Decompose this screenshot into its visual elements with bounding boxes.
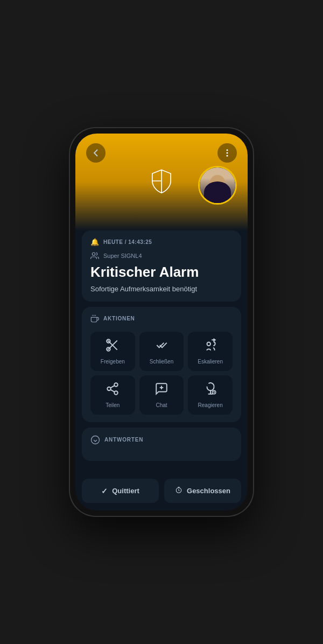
alert-header: 🔔 HEUTE / 14:43:25 [90,238,233,246]
scroll-content: 🔔 HEUTE / 14:43:25 Super SIGNL4 Kritisch… [75,230,248,479]
geschlossen-button[interactable]: Geschlossen [164,479,241,503]
action-reagieren[interactable]: Reagieren [188,375,233,415]
antworten-card: ANTWORTEN [82,428,241,461]
svg-point-2 [227,155,228,157]
antworten-section-header: ANTWORTEN [90,435,233,445]
header-area [75,134,248,230]
svg-point-16 [115,391,118,395]
svg-line-17 [111,389,115,391]
alert-title: Kritischer Alarm [90,264,233,280]
schliessen-label: Schließen [150,359,173,365]
share-icon [106,382,120,399]
phone-frame: 🔔 HEUTE / 14:43:25 Super SIGNL4 Kritisch… [70,128,253,516]
teilen-label: Teilen [106,402,120,408]
alert-card: 🔔 HEUTE / 14:43:25 Super SIGNL4 Kritisch… [82,230,241,302]
chevron-down-circle-icon [90,435,100,445]
team-icon [90,251,99,260]
svg-point-12 [207,342,210,346]
action-freigeben[interactable]: Freigeben [90,332,135,371]
antworten-section-title: ANTWORTEN [104,437,143,443]
geschlossen-label: Geschlossen [187,487,230,495]
svg-point-0 [227,149,228,151]
check-double-icon [155,338,168,355]
escalate-icon [203,338,217,355]
shield-icon [149,168,174,194]
svg-point-15 [108,387,111,391]
alert-team: Super SIGNL4 [90,251,233,260]
reagieren-label: Reagieren [198,402,223,408]
actions-card: AKTIONEN Freigeben [82,307,241,422]
svg-point-14 [115,383,118,387]
chat-label: Chat [156,402,167,408]
chat-icon [155,382,168,399]
freigeben-label: Freigeben [101,359,125,365]
svg-point-23 [92,436,100,444]
bell-icon: 🔔 [90,238,99,246]
quittiert-label: Quittiert [112,487,139,495]
action-schliessen[interactable]: Schließen [139,332,184,371]
check-icon: ✓ [101,487,108,495]
top-navigation [86,143,237,163]
action-teilen[interactable]: Teilen [90,375,135,415]
team-label: Super SIGNL4 [103,253,142,259]
action-eskalieren[interactable]: Eskalieren [188,332,233,371]
actions-section-title: AKTIONEN [103,316,135,321]
bottom-bar: ✓ Quittiert Geschlossen [75,479,248,510]
react-icon [203,382,217,399]
actions-grid: Freigeben Schließen [90,332,233,415]
svg-point-4 [92,253,95,255]
more-options-icon [222,148,232,158]
avatar-image [200,167,235,203]
back-arrow-icon [89,146,102,159]
menu-button[interactable] [217,143,237,163]
svg-line-18 [111,386,115,388]
quittiert-button[interactable]: ✓ Quittiert [82,479,159,503]
alert-description: Sofortige Aufmerksamkeit benötigt [90,284,233,294]
eskalieren-label: Eskalieren [198,359,223,365]
scissors-icon [106,338,120,355]
svg-point-1 [227,152,228,154]
timer-icon [175,486,182,495]
actions-section-header: AKTIONEN [90,314,233,323]
back-button[interactable] [86,143,106,163]
phone-screen: 🔔 HEUTE / 14:43:25 Super SIGNL4 Kritisch… [75,134,248,510]
actions-icon [90,314,99,323]
action-chat[interactable]: Chat [139,375,184,415]
avatar [198,166,237,205]
alert-timestamp: HEUTE / 14:43:25 [103,239,152,245]
